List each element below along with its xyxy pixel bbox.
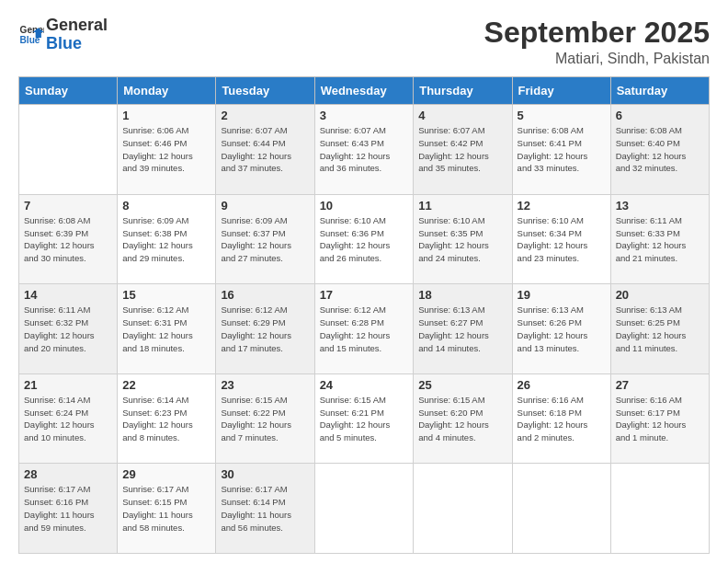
calendar-cell (512, 464, 610, 554)
calendar-weekday-friday: Friday (512, 77, 610, 105)
calendar-cell: 9Sunrise: 6:09 AM Sunset: 6:37 PM Daylig… (216, 194, 314, 284)
calendar-cell: 2Sunrise: 6:07 AM Sunset: 6:44 PM Daylig… (216, 105, 314, 195)
day-number: 1 (122, 109, 210, 122)
day-info: Sunrise: 6:10 AM Sunset: 6:35 PM Dayligh… (418, 214, 506, 265)
calendar-cell: 6Sunrise: 6:08 AM Sunset: 6:40 PM Daylig… (610, 105, 709, 195)
day-number: 7 (24, 199, 112, 213)
calendar-cell: 29Sunrise: 6:17 AM Sunset: 6:15 PM Dayli… (118, 464, 216, 554)
day-number: 16 (221, 288, 309, 302)
day-info: Sunrise: 6:08 AM Sunset: 6:40 PM Dayligh… (616, 124, 704, 175)
title-block: September 2025 Matiari, Sindh, Pakistan (484, 17, 710, 67)
calendar-cell (19, 105, 118, 195)
day-number: 14 (24, 288, 112, 302)
day-number: 17 (320, 288, 409, 302)
calendar-cell: 16Sunrise: 6:12 AM Sunset: 6:29 PM Dayli… (216, 284, 314, 374)
subtitle: Matiari, Sindh, Pakistan (484, 51, 710, 67)
day-number: 15 (122, 288, 210, 302)
calendar-cell: 17Sunrise: 6:12 AM Sunset: 6:28 PM Dayli… (314, 284, 414, 374)
day-number: 2 (221, 109, 309, 122)
calendar-cell: 27Sunrise: 6:16 AM Sunset: 6:17 PM Dayli… (610, 373, 709, 464)
day-info: Sunrise: 6:12 AM Sunset: 6:28 PM Dayligh… (320, 304, 409, 354)
day-info: Sunrise: 6:12 AM Sunset: 6:29 PM Dayligh… (221, 304, 309, 354)
calendar-cell: 21Sunrise: 6:14 AM Sunset: 6:24 PM Dayli… (19, 373, 118, 464)
day-info: Sunrise: 6:16 AM Sunset: 6:18 PM Dayligh… (518, 394, 606, 444)
calendar-cell (314, 464, 414, 554)
calendar-cell: 30Sunrise: 6:17 AM Sunset: 6:14 PM Dayli… (216, 464, 314, 554)
calendar-cell: 11Sunrise: 6:10 AM Sunset: 6:35 PM Dayli… (414, 194, 512, 284)
day-number: 29 (122, 467, 210, 481)
calendar-cell: 12Sunrise: 6:10 AM Sunset: 6:34 PM Dayli… (512, 194, 610, 284)
calendar-table: SundayMondayTuesdayWednesdayThursdayFrid… (18, 76, 710, 554)
day-info: Sunrise: 6:12 AM Sunset: 6:31 PM Dayligh… (122, 304, 210, 354)
day-info: Sunrise: 6:13 AM Sunset: 6:27 PM Dayligh… (418, 304, 506, 354)
day-info: Sunrise: 6:13 AM Sunset: 6:25 PM Dayligh… (616, 304, 704, 354)
calendar-cell: 7Sunrise: 6:08 AM Sunset: 6:39 PM Daylig… (19, 194, 118, 284)
calendar-cell: 10Sunrise: 6:10 AM Sunset: 6:36 PM Dayli… (314, 194, 414, 284)
calendar-cell: 19Sunrise: 6:13 AM Sunset: 6:26 PM Dayli… (512, 284, 610, 374)
day-info: Sunrise: 6:06 AM Sunset: 6:46 PM Dayligh… (122, 124, 210, 175)
logo: General Blue General Blue (18, 17, 108, 53)
day-number: 18 (418, 288, 506, 302)
day-number: 25 (418, 378, 506, 392)
day-info: Sunrise: 6:14 AM Sunset: 6:24 PM Dayligh… (24, 394, 112, 444)
day-number: 27 (616, 378, 704, 392)
day-number: 30 (221, 467, 309, 481)
calendar-week-row: 7Sunrise: 6:08 AM Sunset: 6:39 PM Daylig… (19, 194, 710, 284)
day-info: Sunrise: 6:08 AM Sunset: 6:39 PM Dayligh… (24, 214, 112, 265)
calendar-cell: 18Sunrise: 6:13 AM Sunset: 6:27 PM Dayli… (414, 284, 512, 374)
calendar-week-row: 28Sunrise: 6:17 AM Sunset: 6:16 PM Dayli… (19, 464, 710, 554)
day-number: 10 (320, 199, 409, 213)
day-number: 28 (24, 467, 112, 481)
calendar-weekday-wednesday: Wednesday (314, 77, 414, 105)
day-info: Sunrise: 6:07 AM Sunset: 6:42 PM Dayligh… (418, 124, 506, 175)
calendar-weekday-sunday: Sunday (19, 77, 118, 105)
day-number: 21 (24, 378, 112, 392)
day-info: Sunrise: 6:17 AM Sunset: 6:14 PM Dayligh… (221, 483, 309, 534)
calendar-cell: 26Sunrise: 6:16 AM Sunset: 6:18 PM Dayli… (512, 373, 610, 464)
calendar-cell: 13Sunrise: 6:11 AM Sunset: 6:33 PM Dayli… (610, 194, 709, 284)
logo-text: General Blue (46, 17, 108, 53)
calendar-cell: 24Sunrise: 6:15 AM Sunset: 6:21 PM Dayli… (314, 373, 414, 464)
day-number: 3 (320, 109, 409, 122)
calendar-week-row: 21Sunrise: 6:14 AM Sunset: 6:24 PM Dayli… (19, 373, 710, 464)
day-number: 13 (616, 199, 704, 213)
header: General Blue General Blue September 2025… (18, 17, 710, 67)
day-info: Sunrise: 6:11 AM Sunset: 6:32 PM Dayligh… (24, 304, 112, 354)
day-info: Sunrise: 6:17 AM Sunset: 6:16 PM Dayligh… (24, 483, 112, 534)
day-info: Sunrise: 6:16 AM Sunset: 6:17 PM Dayligh… (616, 394, 704, 444)
calendar-weekday-monday: Monday (118, 77, 216, 105)
calendar-cell: 28Sunrise: 6:17 AM Sunset: 6:16 PM Dayli… (19, 464, 118, 554)
calendar-cell: 3Sunrise: 6:07 AM Sunset: 6:43 PM Daylig… (314, 105, 414, 195)
calendar-cell: 25Sunrise: 6:15 AM Sunset: 6:20 PM Dayli… (414, 373, 512, 464)
day-info: Sunrise: 6:07 AM Sunset: 6:44 PM Dayligh… (221, 124, 309, 175)
day-info: Sunrise: 6:11 AM Sunset: 6:33 PM Dayligh… (616, 214, 704, 265)
calendar-cell: 15Sunrise: 6:12 AM Sunset: 6:31 PM Dayli… (118, 284, 216, 374)
day-info: Sunrise: 6:15 AM Sunset: 6:21 PM Dayligh… (320, 394, 409, 444)
calendar-cell (414, 464, 512, 554)
day-number: 22 (122, 378, 210, 392)
calendar-weekday-saturday: Saturday (610, 77, 709, 105)
main-title: September 2025 (484, 17, 710, 49)
day-number: 9 (221, 199, 309, 213)
day-number: 8 (122, 199, 210, 213)
calendar-cell: 8Sunrise: 6:09 AM Sunset: 6:38 PM Daylig… (118, 194, 216, 284)
day-info: Sunrise: 6:17 AM Sunset: 6:15 PM Dayligh… (122, 483, 210, 534)
calendar-weekday-thursday: Thursday (414, 77, 512, 105)
calendar-weekday-tuesday: Tuesday (216, 77, 314, 105)
day-number: 20 (616, 288, 704, 302)
day-number: 5 (518, 109, 606, 122)
calendar-cell: 5Sunrise: 6:08 AM Sunset: 6:41 PM Daylig… (512, 105, 610, 195)
day-info: Sunrise: 6:08 AM Sunset: 6:41 PM Dayligh… (518, 124, 606, 175)
day-number: 11 (418, 199, 506, 213)
day-number: 6 (616, 109, 704, 122)
logo-icon: General Blue (18, 22, 44, 48)
calendar-cell: 20Sunrise: 6:13 AM Sunset: 6:25 PM Dayli… (610, 284, 709, 374)
calendar-week-row: 1Sunrise: 6:06 AM Sunset: 6:46 PM Daylig… (19, 105, 710, 195)
day-info: Sunrise: 6:14 AM Sunset: 6:23 PM Dayligh… (122, 394, 210, 444)
day-info: Sunrise: 6:09 AM Sunset: 6:37 PM Dayligh… (221, 214, 309, 265)
calendar-cell: 14Sunrise: 6:11 AM Sunset: 6:32 PM Dayli… (19, 284, 118, 374)
day-number: 12 (518, 199, 606, 213)
day-info: Sunrise: 6:13 AM Sunset: 6:26 PM Dayligh… (518, 304, 606, 354)
day-info: Sunrise: 6:09 AM Sunset: 6:38 PM Dayligh… (122, 214, 210, 265)
day-info: Sunrise: 6:10 AM Sunset: 6:36 PM Dayligh… (320, 214, 409, 265)
